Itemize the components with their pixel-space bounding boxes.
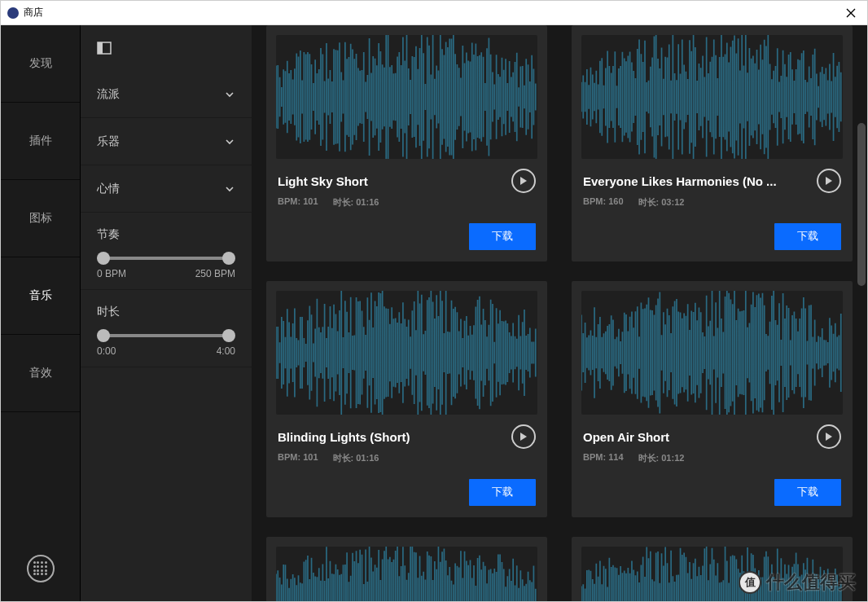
track-card: Open Air Short BPM: 114 时长: 01:12 下载 bbox=[572, 281, 853, 517]
track-meta: BPM: 114 时长: 01:12 bbox=[583, 452, 841, 464]
track-card bbox=[572, 537, 853, 601]
duration-label: 时长 bbox=[97, 305, 235, 319]
chevron-down-icon bbox=[224, 136, 235, 147]
card-body: Open Air Short BPM: 114 时长: 01:12 下载 bbox=[572, 424, 853, 517]
track-card: Light Sky Short BPM: 101 时长: 01:16 下载 bbox=[266, 25, 547, 261]
waveform-preview[interactable] bbox=[581, 291, 843, 415]
duration-values: 0:00 4:00 bbox=[97, 345, 235, 357]
play-button[interactable] bbox=[511, 424, 536, 449]
nav-sidebar: 发现 插件 图标 音乐 音效 bbox=[1, 25, 81, 601]
nav-bottom bbox=[1, 536, 80, 601]
tempo-min: 0 BPM bbox=[97, 268, 126, 279]
play-icon bbox=[825, 177, 833, 185]
play-button[interactable] bbox=[817, 424, 841, 449]
track-card: Blinding Lights (Short) BPM: 101 时长: 01:… bbox=[266, 281, 547, 517]
nav-spacer bbox=[1, 412, 80, 536]
card-body: Everyone Likes Harmonies (No ... BPM: 16… bbox=[572, 169, 853, 261]
nav-item-icons[interactable]: 图标 bbox=[1, 180, 80, 257]
download-button[interactable]: 下载 bbox=[469, 223, 536, 250]
tempo-slider[interactable] bbox=[102, 257, 230, 260]
nav-label: 插件 bbox=[29, 134, 52, 148]
track-title: Blinding Lights (Short) bbox=[278, 430, 410, 444]
play-button[interactable] bbox=[511, 169, 536, 193]
nav-label: 发现 bbox=[29, 56, 52, 71]
play-button[interactable] bbox=[817, 169, 841, 193]
track-card bbox=[266, 537, 547, 601]
track-bpm: BPM: 114 bbox=[583, 452, 624, 464]
download-button[interactable]: 下载 bbox=[774, 223, 841, 250]
card-body: Light Sky Short BPM: 101 时长: 01:16 下载 bbox=[266, 169, 547, 261]
waveform-preview[interactable] bbox=[276, 291, 537, 415]
duration-slider-min-thumb[interactable] bbox=[97, 329, 110, 342]
titlebar: 商店 bbox=[1, 1, 867, 25]
duration-min: 0:00 bbox=[97, 345, 116, 357]
scrollbar-thumb[interactable] bbox=[857, 123, 866, 286]
nav-label: 图标 bbox=[29, 211, 52, 226]
nav-item-plugins[interactable]: 插件 bbox=[1, 103, 80, 180]
track-card: Everyone Likes Harmonies (No ... BPM: 16… bbox=[572, 25, 853, 261]
track-bpm: BPM: 101 bbox=[278, 196, 318, 209]
card-title-row: Blinding Lights (Short) bbox=[278, 424, 536, 449]
card-title-row: Everyone Likes Harmonies (No ... bbox=[583, 169, 841, 193]
waveform-preview[interactable] bbox=[581, 35, 843, 159]
nav-label: 音乐 bbox=[29, 288, 52, 303]
duration-filter: 时长 0:00 4:00 bbox=[81, 290, 252, 367]
tempo-slider-max-thumb[interactable] bbox=[222, 252, 235, 265]
collapse-icon bbox=[97, 41, 112, 55]
nav-item-music[interactable]: 音乐 bbox=[1, 257, 80, 335]
download-button[interactable]: 下载 bbox=[469, 479, 536, 506]
card-actions: 下载 bbox=[278, 479, 536, 506]
close-icon bbox=[846, 8, 856, 18]
card-title-row: Open Air Short bbox=[583, 424, 841, 449]
track-grid: Light Sky Short BPM: 101 时长: 01:16 下载 Ev… bbox=[266, 25, 853, 601]
collapse-panel-button[interactable] bbox=[97, 40, 113, 56]
track-bpm: BPM: 160 bbox=[583, 196, 624, 209]
nav-item-discover[interactable]: 发现 bbox=[1, 25, 80, 103]
app-icon bbox=[7, 7, 19, 19]
chevron-down-icon bbox=[224, 183, 235, 195]
track-meta: BPM: 160 时长: 03:12 bbox=[583, 196, 841, 209]
filter-label: 乐器 bbox=[97, 134, 120, 149]
track-title: Light Sky Short bbox=[278, 174, 368, 188]
play-icon bbox=[825, 433, 833, 441]
track-duration: 时长: 01:16 bbox=[333, 452, 379, 464]
nav-label: 音效 bbox=[29, 366, 52, 380]
window-title: 商店 bbox=[24, 6, 43, 20]
tempo-max: 250 BPM bbox=[195, 268, 235, 279]
track-bpm: BPM: 101 bbox=[278, 452, 318, 464]
duration-slider[interactable] bbox=[102, 334, 230, 337]
filter-instrument[interactable]: 乐器 bbox=[81, 118, 252, 165]
titlebar-left: 商店 bbox=[7, 6, 43, 20]
app-body: 发现 插件 图标 音乐 音效 bbox=[1, 25, 867, 601]
tempo-slider-min-thumb[interactable] bbox=[97, 252, 110, 265]
track-duration: 时长: 01:16 bbox=[333, 196, 379, 209]
play-icon bbox=[519, 177, 528, 185]
filter-label: 流派 bbox=[97, 87, 120, 102]
filter-genre[interactable]: 流派 bbox=[81, 71, 252, 118]
card-title-row: Light Sky Short bbox=[278, 169, 536, 193]
waveform-preview[interactable] bbox=[276, 547, 537, 601]
chevron-down-icon bbox=[224, 89, 235, 100]
track-meta: BPM: 101 时长: 01:16 bbox=[278, 196, 536, 209]
tempo-label: 节奏 bbox=[97, 227, 235, 242]
track-title: Open Air Short bbox=[583, 430, 669, 444]
play-icon bbox=[519, 433, 528, 441]
duration-slider-max-thumb[interactable] bbox=[222, 329, 235, 342]
filter-mood[interactable]: 心情 bbox=[81, 165, 252, 213]
filter-label: 心情 bbox=[97, 182, 120, 196]
download-button[interactable]: 下载 bbox=[774, 479, 841, 506]
close-button[interactable] bbox=[841, 3, 861, 23]
apps-grid-button[interactable] bbox=[27, 555, 55, 582]
app-window: 商店 发现 插件 图标 音乐 音效 bbox=[0, 0, 868, 602]
track-meta: BPM: 101 时长: 01:16 bbox=[278, 452, 536, 464]
card-actions: 下载 bbox=[278, 223, 536, 250]
waveform-preview[interactable] bbox=[581, 547, 843, 601]
nav-item-sfx[interactable]: 音效 bbox=[1, 335, 80, 412]
card-actions: 下载 bbox=[583, 479, 841, 506]
grid-icon bbox=[33, 561, 48, 576]
tempo-values: 0 BPM 250 BPM bbox=[97, 268, 235, 279]
waveform-preview[interactable] bbox=[276, 35, 537, 159]
svg-rect-1 bbox=[98, 42, 103, 54]
content-area: Light Sky Short BPM: 101 时长: 01:16 下载 Ev… bbox=[252, 25, 867, 601]
card-actions: 下载 bbox=[583, 223, 841, 250]
